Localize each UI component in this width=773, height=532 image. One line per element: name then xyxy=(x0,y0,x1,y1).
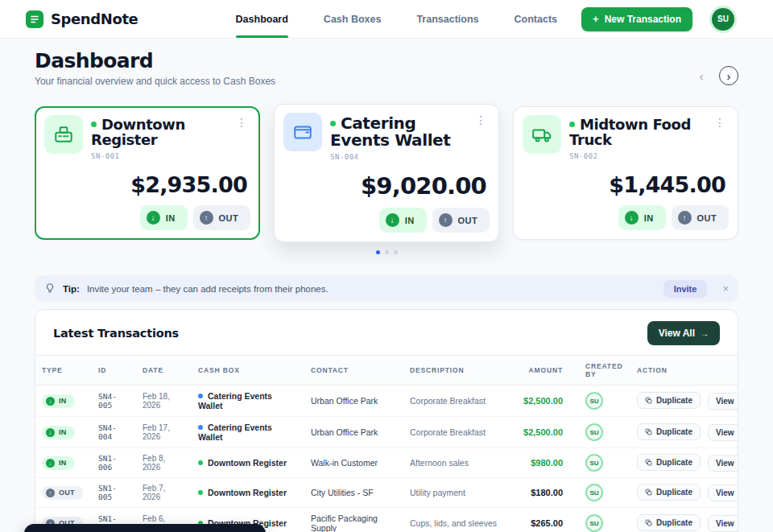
created-by-cell: SU xyxy=(569,508,630,532)
logo-icon xyxy=(26,10,43,28)
tip-banner: Tip: Invite your team – they can add rec… xyxy=(35,275,738,302)
new-transaction-button[interactable]: + New Transaction xyxy=(581,7,692,31)
duplicate-button[interactable]: Duplicate xyxy=(637,423,701,440)
description-cell: Cups, lids, and sleeves xyxy=(403,508,516,532)
cash-box-cell: Downtown Register xyxy=(192,448,304,478)
view-all-button[interactable]: View All → xyxy=(647,321,720,345)
card-menu-button[interactable]: ⋮ xyxy=(711,115,729,130)
copy-icon xyxy=(645,428,652,435)
action-cell: Duplicate View→ xyxy=(630,508,738,532)
cash-box-serial: SN-001 xyxy=(91,152,225,160)
cash-in-button[interactable]: ↓IN xyxy=(618,205,666,230)
created-by-avatar: SU xyxy=(585,484,603,501)
cash-box-carousel: Downtown Register SN-001 ⋮ $2,935.00 ↓IN… xyxy=(35,103,738,243)
contact-cell: Walk-in Customer xyxy=(304,448,403,478)
tip-prefix: Tip: xyxy=(63,284,80,294)
description-cell: Corporate Breakfast xyxy=(403,386,516,417)
cash-box-card-catering-events-wallet[interactable]: Catering Events Wallet SN-004 ⋮ $9,020.0… xyxy=(274,104,499,242)
invite-button[interactable]: Invite xyxy=(663,280,708,298)
cash-box-card-midtown-food-truck[interactable]: Midtown Food Truck SN-002 ⋮ $1,445.00 ↓I… xyxy=(513,106,738,240)
card-menu-button[interactable]: ⋮ xyxy=(233,115,250,130)
description-cell: Afternoon sales xyxy=(403,448,516,478)
transaction-id: SN1-006 xyxy=(92,448,136,478)
cash-out-button[interactable]: ↑OUT xyxy=(193,205,250,230)
view-button[interactable]: View→ xyxy=(708,515,738,532)
cash-out-button[interactable]: ↑OUT xyxy=(432,208,490,233)
column-header-description: DESCRIPTION xyxy=(403,356,516,386)
cash-box-dot xyxy=(198,460,203,465)
contact-cell: City Utilities - SF xyxy=(304,478,403,508)
created-by-avatar: SU xyxy=(585,514,603,532)
transaction-id: SN1-005 xyxy=(92,478,136,508)
transaction-row: ↑OUT SN1-005 Feb 7, 2026 Downtown Regist… xyxy=(35,478,738,508)
close-icon[interactable]: × xyxy=(722,282,729,295)
created-by-cell: SU xyxy=(569,478,630,508)
type-badge: ↑OUT xyxy=(42,486,83,500)
created-by-cell: SU xyxy=(569,417,630,448)
nav-item-transactions[interactable]: Transactions xyxy=(416,0,478,38)
new-transaction-label: New Transaction xyxy=(605,14,681,25)
column-header-date: DATE xyxy=(136,356,192,386)
column-header-action: ACTION xyxy=(630,356,738,386)
cash-box-serial: SN-002 xyxy=(569,152,703,160)
created-by-avatar: SU xyxy=(585,454,603,472)
cash-box-balance: $1,445.00 xyxy=(523,172,729,197)
action-cell: Duplicate View→ xyxy=(630,478,738,508)
carousel-next-button[interactable]: › xyxy=(719,66,738,85)
view-button[interactable]: View→ xyxy=(708,424,738,441)
cash-box-dot xyxy=(198,394,203,398)
duplicate-button[interactable]: Duplicate xyxy=(637,392,701,409)
arrow-up-icon: ↑ xyxy=(439,213,453,227)
cash-box-card-downtown-register[interactable]: Downtown Register SN-001 ⋮ $2,935.00 ↓IN… xyxy=(35,106,260,240)
top-navbar: SpendNote Dashboard Cash Boxes Transacti… xyxy=(0,0,773,39)
transaction-row: ↓IN SN4-005 Feb 18, 2026 Catering Events… xyxy=(35,386,738,417)
food-truck-icon xyxy=(523,115,561,154)
amount-cell: $2,500.00 xyxy=(516,386,569,417)
page-subtitle: Your financial overview and quick access… xyxy=(35,76,275,87)
duplicate-button[interactable]: Duplicate xyxy=(637,454,701,471)
view-button[interactable]: View→ xyxy=(708,485,738,501)
column-header-amount: AMOUNT xyxy=(516,356,569,386)
status-dot xyxy=(569,122,575,127)
amount-cell: $265.00 xyxy=(516,508,569,532)
copy-icon xyxy=(645,519,652,526)
action-cell: Duplicate View→ xyxy=(630,448,738,478)
carousel-prev-button[interactable]: ‹ xyxy=(692,66,711,85)
arrow-down-icon: ↓ xyxy=(625,211,639,225)
copy-icon xyxy=(645,459,652,466)
carousel-dot[interactable] xyxy=(385,250,389,254)
nav-item-dashboard[interactable]: Dashboard xyxy=(236,0,288,38)
transaction-date: Feb 7, 2026 xyxy=(136,478,192,508)
bottom-toast xyxy=(24,524,266,532)
transaction-row: ↓IN SN1-006 Feb 8, 2026 Downtown Registe… xyxy=(35,448,738,478)
transactions-table: TYPE ID DATE CASH BOX CONTACT DESCRIPTIO… xyxy=(35,355,738,532)
view-button[interactable]: View→ xyxy=(708,455,738,472)
cash-in-button[interactable]: ↓IN xyxy=(140,205,188,230)
cash-out-button[interactable]: ↑OUT xyxy=(672,205,729,230)
view-button[interactable]: View→ xyxy=(708,393,738,410)
page-title: Dashboard xyxy=(35,49,275,72)
description-cell: Corporate Breakfast xyxy=(403,417,516,448)
carousel-dot[interactable] xyxy=(394,250,398,254)
carousel-dot[interactable] xyxy=(376,250,380,254)
type-badge: ↓IN xyxy=(42,426,75,439)
column-header-contact: CONTACT xyxy=(304,356,403,386)
transaction-id: SN4-004 xyxy=(92,417,136,448)
card-menu-button[interactable]: ⋮ xyxy=(472,113,490,127)
column-header-cash-box: CASH BOX xyxy=(192,356,304,386)
cash-box-cell: Catering Events Wallet xyxy=(192,386,304,417)
cash-in-button[interactable]: ↓IN xyxy=(379,208,427,233)
brand[interactable]: SpendNote xyxy=(26,0,138,38)
created-by-avatar: SU xyxy=(585,423,603,441)
arrow-down-icon: ↓ xyxy=(46,397,55,406)
column-header-type: TYPE xyxy=(35,356,92,386)
amount-cell: $180.00 xyxy=(516,478,569,508)
user-avatar[interactable]: SU xyxy=(712,8,734,31)
status-dot xyxy=(330,121,336,126)
nav-item-contacts[interactable]: Contacts xyxy=(515,0,557,38)
nav-item-cash-boxes[interactable]: Cash Boxes xyxy=(324,0,382,38)
duplicate-button[interactable]: Duplicate xyxy=(637,484,701,501)
transaction-id: SN4-005 xyxy=(92,386,136,417)
duplicate-button[interactable]: Duplicate xyxy=(637,514,701,531)
created-by-cell: SU xyxy=(569,386,630,417)
